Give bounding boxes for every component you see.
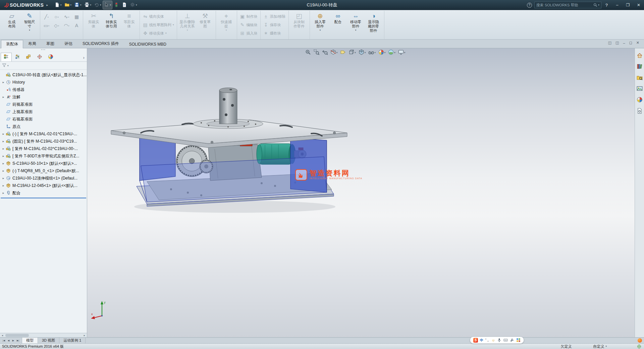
dropdown-arrow-icon[interactable]: ▾ (165, 32, 167, 35)
taskpane-view-palette-button[interactable] (637, 86, 643, 92)
menu-expand-icon[interactable]: ▸ (46, 3, 48, 7)
sketch-line-button[interactable]: ╱▾ (42, 13, 51, 20)
dropdown-arrow-icon[interactable]: ▾ (336, 51, 338, 54)
tree-item[interactable]: ▸A注解 (0, 93, 87, 101)
ribbon-insert-component-button[interactable]: ⊕插入零 部件▾ (312, 11, 329, 39)
doc-tab-motion1[interactable]: 运动算例 1 (59, 338, 86, 343)
options-button[interactable]: ▾ (129, 1, 138, 9)
hide-show-items-button[interactable]: ▾ (368, 49, 376, 56)
command-tab-mbd[interactable]: SOLIDWORKS MBD (124, 41, 171, 48)
dropdown-arrow-icon[interactable]: ▾ (355, 29, 357, 32)
dropdown-arrow-icon[interactable]: ▾ (58, 24, 59, 27)
taskpane-design-library-button[interactable] (637, 63, 643, 69)
search-icon[interactable] (593, 3, 597, 7)
sheet-nav-0-button[interactable]: |◀ (2, 339, 6, 342)
dropdown-arrow-icon[interactable]: ▾ (355, 51, 356, 54)
view-settings-button[interactable]: ▾ (398, 49, 406, 56)
tree-item[interactable]: 原点 (0, 123, 87, 130)
zoom-fit-button[interactable] (305, 49, 311, 56)
ribbon-insert-block-button[interactable]: ⊞插入块 (239, 30, 259, 37)
graphics-area[interactable]: ▾▾▾▾▾▾▾ (87, 48, 635, 337)
dropdown-arrow-icon[interactable]: ▾ (365, 51, 366, 54)
tree-item[interactable]: ▸(-) [ 复件 M-C19AL-02-01^C19AU-... (0, 130, 87, 138)
save-button[interactable]: ▾ (73, 1, 83, 9)
assembly-model[interactable] (87, 48, 635, 337)
edit-appearance-button[interactable]: ▾ (378, 49, 386, 56)
tree-item[interactable]: 上视基准面 (0, 108, 87, 115)
ribbon-layout-button[interactable]: ▱生成 布局 (3, 11, 20, 39)
select-button[interactable]: ▾ (103, 1, 112, 9)
tree-item[interactable]: 前视基准面 (0, 101, 87, 108)
sketch-polygon-button[interactable]: ◇▾ (52, 22, 61, 29)
dropdown-arrow-icon[interactable]: ▾ (404, 51, 406, 54)
command-tab-layout[interactable]: 布局 (23, 40, 41, 48)
doc-tile-right-button[interactable]: ◫ (615, 41, 619, 45)
sketch-text-button[interactable]: A (72, 22, 81, 29)
dropdown-arrow-icon[interactable]: ▾ (374, 51, 376, 54)
web-status-icon[interactable] (637, 344, 641, 349)
display-style-button[interactable]: ▾ (359, 49, 366, 56)
doc-minimize-button[interactable]: – (623, 41, 625, 45)
sketch-arc-button[interactable]: ◠▾ (62, 22, 71, 29)
dropdown-arrow-icon[interactable]: ▾ (68, 16, 69, 18)
close-button[interactable]: ✕ (633, 0, 644, 10)
panel-tab-configurationmanager[interactable] (23, 53, 34, 61)
panel-tab-displaymanager[interactable] (45, 53, 56, 61)
expand-arrow-icon[interactable]: ▸ (1, 81, 5, 84)
previous-view-button[interactable] (322, 49, 328, 56)
panel-grid-icon[interactable] (516, 338, 521, 342)
command-tab-assembly[interactable]: 装配体 (1, 40, 23, 48)
section-view-button[interactable]: ▾ (330, 49, 338, 56)
dropdown-arrow-icon[interactable]: ▾ (48, 24, 49, 27)
doc-restore-button[interactable]: ◻ (629, 41, 632, 45)
tree-item[interactable]: 传感器 (0, 86, 87, 93)
dynamic-annotation-button[interactable] (340, 49, 346, 56)
microphone-icon[interactable] (497, 338, 501, 342)
sheet-nav-3-button[interactable]: ▶| (16, 339, 20, 342)
tree-item[interactable]: ▸[ 复件 M-C19AL-02-02^C19AU-00-... (0, 145, 87, 152)
view-orientation-button[interactable]: ▾ (348, 49, 356, 56)
ribbon-quick-snap-button[interactable]: ⌖快速捕 捉▾ (218, 11, 235, 39)
scroll-thumb[interactable] (5, 334, 29, 337)
ribbon-trim-button[interactable]: ✂剪裁实 体 (85, 11, 102, 39)
ribbon-move-component-button[interactable]: ⇔移动零 部件▾ (347, 11, 365, 39)
custom-toolbar-button[interactable]: 自定义 ▾ (593, 344, 607, 349)
ribbon-mirror-button[interactable]: ⇋镜向实体 (142, 13, 175, 20)
scroll-right-icon[interactable]: ▸ (82, 334, 87, 337)
minimize-button[interactable]: – (612, 0, 623, 10)
tree-item[interactable]: 右视基准面 (0, 115, 87, 123)
dropdown-arrow-icon[interactable]: ▾ (90, 4, 92, 6)
ribbon-convert-button[interactable]: ↰转换实 体引用 (103, 11, 120, 39)
tree-item[interactable]: ▸[ 复件 T-80DT水平带轮式左侧后方Z... (0, 152, 87, 160)
ribbon-part-from-block-button[interactable]: ◰从块制 作零件 (290, 11, 308, 39)
apply-scene-button[interactable]: ▾ (388, 49, 395, 56)
ribbon-mate-button[interactable]: ∞配合 (329, 11, 347, 39)
expand-arrow-icon[interactable]: ▸ (1, 140, 5, 143)
dropdown-arrow-icon[interactable]: ▾ (110, 4, 111, 6)
doc-tab-view3d[interactable]: 3D 视图 (38, 338, 59, 343)
tree-item[interactable]: ▸History (0, 79, 87, 86)
ribbon-relations-button[interactable]: ⊥显示/删除 几何关系▾ (179, 11, 196, 39)
filter-dropdown-icon[interactable]: ▾ (7, 64, 9, 67)
sheet-nav-2-button[interactable]: ▶ (11, 339, 15, 342)
ribbon-show-hidden-button[interactable]: ◑显示隐 藏的零 部件 (365, 11, 382, 39)
search-input[interactable] (536, 3, 593, 7)
open-button[interactable]: ▾ (63, 1, 73, 9)
ribbon-edit-block-button[interactable]: ✎编辑块 (239, 21, 259, 29)
dropdown-arrow-icon[interactable]: ▾ (384, 51, 386, 54)
doc-close-button[interactable]: ✕ (636, 41, 639, 45)
sketch-point-grid-button[interactable]: ▦ (72, 13, 81, 20)
help-circle-icon[interactable]: ? (527, 3, 532, 8)
panel-tab-dimxpertmanager[interactable] (34, 53, 45, 61)
expand-arrow-icon[interactable]: ▸ (1, 191, 5, 195)
expand-arrow-icon[interactable]: ▸ (1, 95, 5, 99)
dropdown-arrow-icon[interactable]: ▾ (226, 29, 227, 32)
ribbon-smart-dimension-button[interactable]: ✎智能尺 寸▾ (21, 11, 38, 39)
dropdown-arrow-icon[interactable]: ▾ (70, 4, 72, 6)
dropdown-arrow-icon[interactable]: ▾ (58, 16, 59, 18)
expand-arrow-icon[interactable]: ▸ (1, 147, 5, 150)
tree-item[interactable]: ▸配合 (0, 189, 87, 197)
ribbon-linear-pattern-button[interactable]: ▤线性草图阵列▾ (142, 21, 175, 29)
dropdown-arrow-icon[interactable]: ▾ (100, 4, 101, 6)
sheet-nav-1-button[interactable]: ◀ (6, 339, 11, 342)
